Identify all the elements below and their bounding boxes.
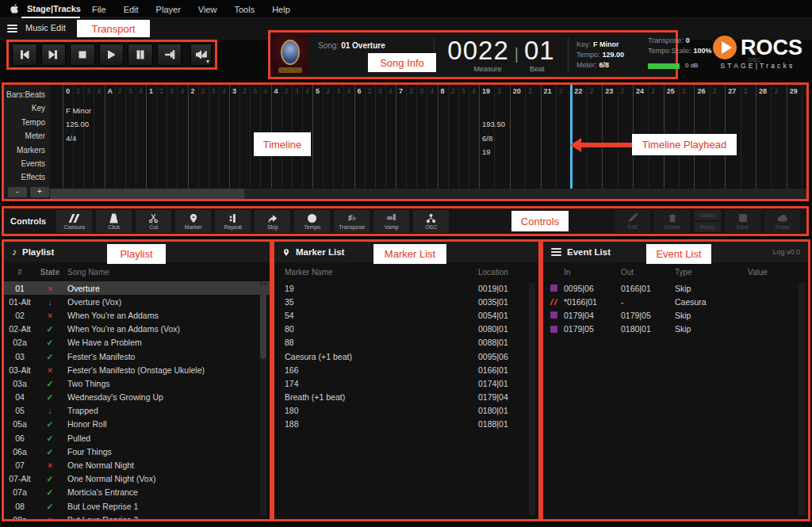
vamp-button[interactable]: ∞‖Vamp (373, 210, 409, 233)
marker-row[interactable]: 540054|01 (274, 308, 538, 322)
playlist-row[interactable]: 02-Alt✓When You're an Addams (Vox) (4, 323, 270, 336)
playlist-row-name: Overture (64, 284, 270, 293)
timeline-scrollbar-thumb[interactable] (50, 189, 244, 199)
timeline-playhead[interactable] (570, 85, 573, 189)
marker-row[interactable]: 880088|01 (274, 336, 538, 349)
undo-button[interactable]: Undo (694, 210, 721, 220)
playlist-row[interactable]: 07a✓Morticia's Entrance (4, 486, 270, 499)
event-scrollbar[interactable] (799, 283, 805, 515)
marker-row[interactable]: 1800180|01 (274, 404, 538, 418)
marker-row[interactable]: 1660166|01 (274, 363, 538, 376)
stop-button[interactable] (70, 44, 95, 66)
playlist-row[interactable]: 07-Alt✓One Normal Night (Vox) (4, 472, 270, 486)
timeline-bar-5[interactable]: 5234 (312, 85, 354, 189)
event-row[interactable]: 0179|040179|05Skip (543, 308, 808, 322)
playlist-row-number: 07-Alt (4, 474, 36, 483)
volume-button[interactable]: ▾ (190, 44, 212, 66)
playlist-row[interactable]: 01×Overture (4, 281, 270, 295)
timeline-bar-6[interactable]: 6234 (354, 85, 396, 189)
event-row[interactable]: 0095|060166|01Skip (543, 281, 808, 295)
menu-help[interactable]: Help (272, 5, 290, 14)
playlist-row-number: 05a (4, 419, 36, 429)
state-check-icon: ✓ (36, 487, 64, 497)
marker-row[interactable]: 190019|01 (274, 281, 538, 295)
timeline-bar-2[interactable]: 2234 (188, 85, 230, 189)
menu-tools[interactable]: Tools (234, 5, 255, 14)
tempo-button[interactable]: Tempo (294, 210, 330, 233)
edit-button[interactable]: Edit (615, 210, 650, 233)
playlist-row[interactable]: 08a×But Love Reprise 2 (4, 513, 270, 519)
repeat-button[interactable]: Repeat (215, 210, 251, 233)
marker-row[interactable]: Caesura (+1 beat)0095|06 (274, 349, 538, 363)
playlist-row[interactable]: 02×When You're an Addams (4, 308, 270, 322)
playlist-row[interactable]: 06a✓Four Things (4, 445, 270, 458)
redo-button[interactable]: Redo (694, 222, 721, 232)
caesura-button[interactable]: Caesura (56, 210, 92, 233)
marker-row[interactable]: Breath (+1 beat)0179|04 (274, 391, 538, 404)
event-row[interactable]: *0166|01-Caesura (543, 295, 808, 308)
timeline-bar-8[interactable]: 8234 (438, 85, 480, 189)
menu-view[interactable]: View (198, 5, 217, 14)
pause-button[interactable] (128, 44, 153, 66)
playlist-row[interactable]: 06✓Pulled (4, 431, 270, 445)
playlist-row[interactable]: 04✓Wednesday's Growing Up (4, 391, 270, 404)
timeline-key-event: F Minor (66, 106, 91, 115)
playlist-row-name: Trapped (64, 406, 270, 415)
playlist-row[interactable]: 02a✓We Have a Problem (4, 336, 270, 349)
menu-app-name[interactable]: Stage|Tracks (27, 4, 81, 13)
timeline-bar-28[interactable]: 282 (756, 85, 787, 189)
playlist-row[interactable]: 08✓But Love Reprise 1 (4, 499, 270, 513)
playlist-scrollbar-thumb[interactable] (260, 284, 266, 359)
menu-file[interactable]: File (92, 5, 106, 14)
apple-icon[interactable] (6, 3, 22, 14)
timeline-zoom-in-button[interactable]: + (30, 187, 49, 197)
playlist-row-name: Fester's Manifesto (64, 352, 270, 361)
skip-to-start-button[interactable] (12, 44, 37, 66)
event-row[interactable]: 0179|050180|01Skip (543, 323, 808, 336)
menu-player[interactable]: Player (156, 5, 181, 14)
cut-icon-wrap (148, 212, 159, 223)
timeline-bar-A[interactable]: A234 (105, 85, 147, 189)
play-button[interactable] (99, 44, 124, 66)
osc-button[interactable]: OSC (413, 210, 449, 233)
playlist-row[interactable]: 07×One Normal Night (4, 458, 270, 472)
beat-label: 2 (494, 85, 509, 189)
marker-row[interactable]: 1880188|01 (274, 418, 538, 431)
timeline-bar-1[interactable]: 1234 (146, 85, 188, 189)
timeline-zoom-out-button[interactable]: - (8, 187, 27, 197)
playlist-row[interactable]: 05↓Trapped (4, 404, 270, 418)
playlist-row[interactable]: 03✓Fester's Manifesto (4, 349, 270, 363)
cut-button[interactable]: Cut (136, 210, 171, 233)
skip-button[interactable]: Skip (255, 210, 290, 233)
skip-to-next-button[interactable] (41, 44, 67, 66)
delete-button[interactable]: Delete (654, 210, 690, 233)
marker-scrollbar[interactable] (529, 283, 535, 515)
click-button[interactable]: Click (96, 210, 132, 233)
tab-music-edit[interactable]: Music Edit (25, 23, 66, 32)
playlist-row[interactable]: 01-Alt↓Overture (Vox) (4, 295, 270, 308)
timeline-bar-29[interactable]: 292 (787, 85, 809, 189)
transpose-value: 0 (686, 36, 690, 44)
playlist-scrollbar[interactable] (260, 283, 266, 515)
transpose-button[interactable]: ♯♭Transpose (334, 210, 370, 233)
timeline-bar-7[interactable]: 7234 (396, 85, 438, 189)
playlist-row[interactable]: 05a✓Honor Roll (4, 418, 270, 431)
beat-label: 2 (115, 85, 125, 189)
playlist-row[interactable]: 03-Alt×Fester's Manifesto (Onstage Ukule… (4, 363, 270, 376)
playlist-row[interactable]: 03a✓Two Things (4, 376, 270, 390)
timeline-scrollbar[interactable] (50, 189, 806, 199)
marker-button[interactable]: Marker (175, 210, 211, 233)
timeline-bar-23[interactable]: 232 (602, 85, 633, 189)
hamburger-icon[interactable] (7, 25, 17, 32)
marker-row[interactable]: 1740174|01 (274, 376, 538, 390)
timeline-bar-22[interactable]: 222 (571, 85, 602, 189)
skip-to-end-button[interactable] (157, 44, 182, 66)
share-button[interactable]: Share (764, 210, 800, 233)
menu-edit[interactable]: Edit (124, 5, 139, 14)
marker-row[interactable]: 350035|01 (274, 295, 538, 308)
timeline-bar-20[interactable]: 202 (510, 85, 541, 189)
state-check-icon: ✓ (36, 324, 64, 334)
marker-row[interactable]: 800080|01 (274, 323, 538, 336)
save-button[interactable]: Save (725, 210, 760, 233)
timeline-bar-21[interactable]: 212 (541, 85, 572, 189)
